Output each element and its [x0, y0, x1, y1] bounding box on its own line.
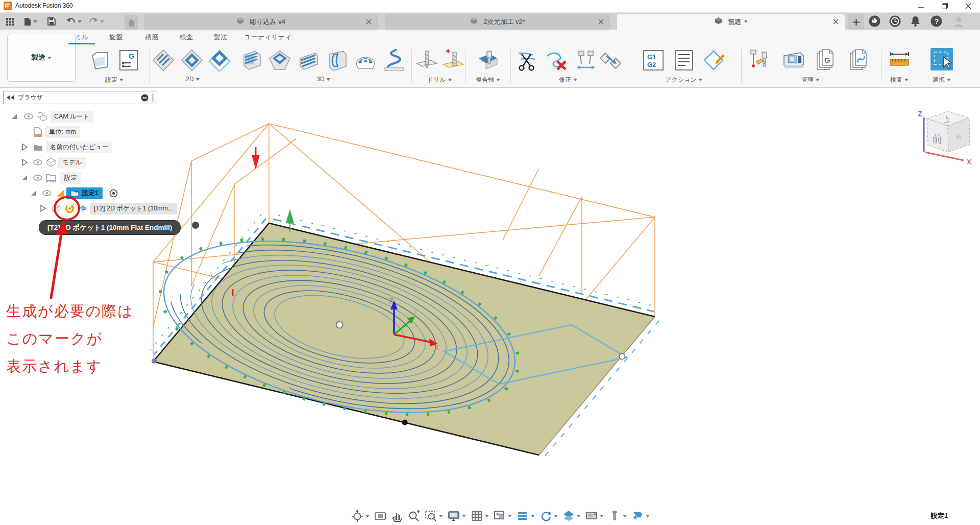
- expander-collapsed-icon[interactable]: [19, 157, 30, 168]
- nc-programs-library-button[interactable]: G: [815, 48, 839, 73]
- 2d-pocket-button[interactable]: [180, 48, 204, 73]
- user-avatar[interactable]: [952, 15, 965, 28]
- tree-label[interactable]: CAM ルート: [50, 111, 93, 123]
- steps-icon[interactable]: [517, 510, 535, 522]
- save-button[interactable]: [45, 15, 58, 28]
- close-button[interactable]: [957, 0, 980, 12]
- nc-program-button[interactable]: G: [116, 48, 141, 73]
- job-status-clock-icon[interactable]: [889, 15, 901, 28]
- measure-button[interactable]: [887, 48, 912, 73]
- file-menu-button[interactable]: [21, 15, 40, 28]
- drill-point-button[interactable]: [441, 48, 465, 73]
- visibility-eye-icon[interactable]: [33, 173, 43, 183]
- visual-style-icon[interactable]: [562, 510, 581, 522]
- viewcube[interactable]: 上 前 右 Z X: [918, 110, 972, 166]
- document-tab-3-active[interactable]: 無題*: [617, 14, 845, 30]
- visibility-eye-icon[interactable]: [23, 111, 34, 122]
- group-label-setup[interactable]: 設定: [105, 76, 124, 84]
- workspace-selector[interactable]: 製造: [7, 34, 76, 82]
- look-at-icon[interactable]: [374, 510, 386, 522]
- section-flow-icon[interactable]: [631, 510, 650, 522]
- expander-expanded-icon[interactable]: [29, 188, 39, 198]
- 3d-adaptive-button[interactable]: [239, 48, 263, 73]
- group-label-actions[interactable]: アクション: [665, 76, 702, 84]
- close-tab-icon[interactable]: [598, 18, 605, 26]
- trim-toolpath-button[interactable]: [514, 48, 539, 73]
- tool-visibility-icon[interactable]: [608, 510, 627, 522]
- 3d-morph-button[interactable]: [353, 48, 378, 73]
- face-button[interactable]: [207, 48, 232, 73]
- tree-label[interactable]: 名前の付いたビュー: [46, 141, 112, 153]
- expander-collapsed-icon[interactable]: [19, 142, 30, 152]
- browser-header[interactable]: ブラウザ: [3, 91, 157, 104]
- ribbon-tab-fabrication[interactable]: 製法: [214, 33, 227, 42]
- tree-label[interactable]: モデル: [58, 157, 86, 169]
- group-label-manage[interactable]: 管理: [801, 76, 820, 84]
- undo-button[interactable]: [64, 15, 84, 28]
- tree-label[interactable]: [T2] 2D ポケット1 (10mm...: [90, 203, 177, 214]
- notifications-bell-icon[interactable]: [909, 15, 922, 28]
- refresh-simulation-icon[interactable]: [540, 510, 558, 522]
- tree-label[interactable]: 設定: [60, 172, 81, 184]
- group-label-drill[interactable]: ドリル: [427, 76, 452, 84]
- ribbon-tab-turning[interactable]: 旋盤: [109, 33, 122, 42]
- tool-library-button[interactable]: [748, 48, 773, 73]
- new-setup-button[interactable]: [88, 48, 112, 73]
- move-toolpath-button[interactable]: [598, 48, 623, 73]
- group-label-select[interactable]: 選択: [933, 76, 951, 84]
- panel-resize-handle[interactable]: [152, 93, 154, 102]
- close-tab-icon[interactable]: [365, 18, 373, 26]
- pan-icon[interactable]: [391, 510, 403, 522]
- viewports-icon[interactable]: [494, 510, 512, 522]
- simulate-button[interactable]: G1G2: [641, 48, 666, 73]
- window-zoom-icon[interactable]: [425, 510, 443, 522]
- ribbon-tab-utilities[interactable]: ユーティリティ: [244, 33, 292, 42]
- ribbon-tab-additive[interactable]: 積層: [145, 33, 158, 42]
- maximize-button[interactable]: [933, 0, 957, 12]
- machine-display-icon[interactable]: [585, 510, 604, 522]
- expander-expanded-icon[interactable]: [9, 111, 19, 122]
- expander-collapsed-icon[interactable]: [38, 203, 48, 213]
- machine-library-button[interactable]: [781, 48, 806, 73]
- new-tab-button[interactable]: [848, 14, 864, 30]
- 3d-parallel-button[interactable]: [296, 48, 321, 73]
- group-label-multiaxis[interactable]: 複合軸: [476, 76, 500, 84]
- expander-expanded-icon[interactable]: [19, 173, 30, 183]
- help-icon[interactable]: ?: [930, 15, 943, 28]
- post-process-button[interactable]: [672, 48, 696, 73]
- setup-sheet-button[interactable]: [702, 48, 727, 73]
- visibility-eye-icon[interactable]: [33, 157, 43, 168]
- drill-button[interactable]: [414, 48, 439, 73]
- 3d-contour-button[interactable]: [325, 48, 349, 73]
- ribbon-tab-mill[interactable]: ミル: [75, 33, 89, 42]
- zoom-icon[interactable]: [408, 510, 420, 522]
- display-settings-icon[interactable]: [448, 510, 466, 522]
- group-label-modify[interactable]: 修正: [559, 76, 577, 84]
- remove-filter-icon[interactable]: [141, 94, 149, 102]
- visibility-eye-off-icon[interactable]: [51, 203, 61, 213]
- document-tab-1[interactable]: 彫り込み v4: [144, 14, 378, 30]
- delete-passes-button[interactable]: [544, 48, 569, 73]
- home-view-button[interactable]: [125, 15, 138, 30]
- close-tab-icon[interactable]: [832, 18, 840, 26]
- tree-label[interactable]: 単位: mm: [45, 126, 80, 138]
- 3d-pocket-button[interactable]: [267, 48, 292, 73]
- orbit-icon[interactable]: [351, 510, 370, 522]
- selected-tree-label[interactable]: 設定1: [66, 187, 103, 199]
- minimize-button[interactable]: [910, 0, 933, 12]
- 3d-spiral-button[interactable]: [382, 48, 406, 73]
- edit-links-button[interactable]: [574, 48, 598, 73]
- extensions-icon[interactable]: [868, 15, 881, 28]
- 2d-adaptive-button[interactable]: [151, 48, 176, 73]
- collapse-panel-icon[interactable]: [7, 95, 15, 100]
- select-button[interactable]: [930, 48, 953, 70]
- grid-icon[interactable]: [471, 510, 489, 522]
- document-tab-2[interactable]: 2次元加工 v2*: [385, 14, 610, 30]
- ribbon-tab-inspect[interactable]: 検査: [180, 33, 193, 42]
- group-label-inspect[interactable]: 検査: [890, 76, 909, 84]
- group-label-3d[interactable]: 3D: [316, 76, 330, 83]
- app-grid-menu-button[interactable]: [3, 15, 16, 28]
- group-label-2d[interactable]: 2D: [186, 76, 200, 83]
- multi-axis-flow-button[interactable]: [476, 48, 500, 73]
- post-library-button[interactable]: [848, 48, 872, 73]
